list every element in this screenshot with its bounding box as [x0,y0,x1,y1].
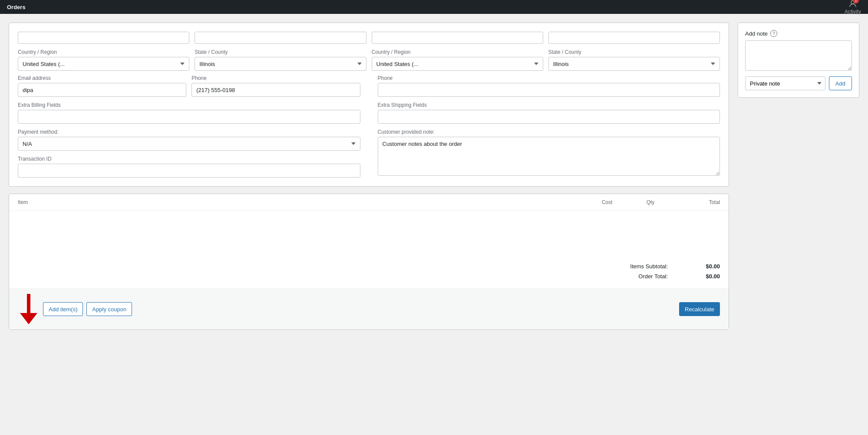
main-content: Country / Region United States (... Stat… [9,23,729,330]
subtotal-value: $0.00 [694,263,720,270]
shipping-phone-group: Phone [378,75,720,97]
top-bar: Orders 1 Activity [0,0,868,14]
placeholder-input-2 [195,32,366,44]
items-totals: Items Subtotal: $0.00 Order Total: $0.00 [9,263,729,288]
page-title: Orders [7,4,26,10]
shipping-extra-input[interactable] [378,110,720,124]
billing-email-group: Email address [18,75,186,97]
billing-email-label: Email address [18,75,186,81]
billing-phone-label: Phone [191,75,360,81]
apply-coupon-button[interactable]: Apply coupon [86,302,132,316]
items-table-header: Item Cost Qty Total [9,194,729,211]
transaction-id-group: Transaction ID [18,156,360,178]
order-total-label: Order Total: [616,273,668,280]
transaction-id-label: Transaction ID [18,156,360,162]
subtotal-row: Items Subtotal: $0.00 [616,263,720,270]
sidebar-card: Add note ? Private note Customer note Ad… [738,23,859,98]
add-note-header: Add note ? [745,30,852,37]
add-items-button[interactable]: Add item(s) [43,302,83,316]
billing-country-label: Country / Region [18,49,189,55]
billing-phone-input[interactable] [191,83,360,97]
shipping-state-select[interactable]: Illinois [548,57,720,71]
add-note-label: Add note [745,30,768,37]
add-note-button[interactable]: Add [829,76,852,90]
billing-extra-input[interactable] [18,110,360,124]
shipping-extra-group: Extra Shipping Fields [378,102,720,124]
red-arrow-svg [18,294,40,324]
customer-note-label: Customer provided note: [378,129,720,135]
payment-method-label: Payment method: [18,129,360,135]
payment-col: Payment method: N/A Transaction ID [18,129,360,178]
shipping-country-group: Country / Region United States (... [372,49,543,71]
col-cost-header: Cost [581,199,633,205]
billing-email-input[interactable] [18,83,186,97]
country-state-row: Country / Region United States (... Stat… [18,49,720,71]
billing-extra-label: Extra Billing Fields [18,102,360,108]
items-table-body [9,211,729,263]
svg-rect-1 [27,294,30,314]
svg-marker-2 [20,313,37,324]
customer-note-input[interactable]: Customer notes about the order [378,137,720,176]
activity-badge: 1 [853,0,859,3]
activity-button[interactable]: 1 Activity [845,0,861,15]
billing-state-select[interactable]: Illinois [195,57,366,71]
items-card: Item Cost Qty Total Items Subtotal: $0.0… [9,194,729,330]
main-layout: Country / Region United States (... Stat… [0,14,868,339]
billing-email-phone: Email address Phone [18,75,360,97]
arrow-indicator [18,294,40,324]
top-inputs-placeholder [18,32,720,44]
billing-state-label: State / County [195,49,366,55]
shipping-phone-col: Phone [378,75,720,97]
items-footer: Add item(s) Apply coupon Recalculate [9,288,729,330]
order-total-value: $0.00 [694,273,720,280]
note-textarea[interactable] [745,40,852,71]
billing-phone-group: Phone [191,75,360,97]
sidebar: Add note ? Private note Customer note Ad… [738,23,859,98]
placeholder-input-3 [372,32,543,44]
extra-fields-row: Extra Billing Fields Extra Shipping Fiel… [18,102,720,124]
note-type-select[interactable]: Private note Customer note [745,76,825,90]
billing-extra-group: Extra Billing Fields [18,102,360,124]
shipping-extra-label: Extra Shipping Fields [378,102,720,108]
col-item-header: Item [18,199,581,205]
subtotal-label: Items Subtotal: [616,263,668,270]
payment-method-group: Payment method: N/A [18,129,360,151]
address-card: Country / Region United States (... Stat… [9,23,729,187]
shipping-country-label: Country / Region [372,49,543,55]
order-total-row: Order Total: $0.00 [616,273,720,280]
recalculate-button[interactable]: Recalculate [679,302,720,316]
shipping-state-label: State / County [548,49,720,55]
note-footer: Private note Customer note Add [745,76,852,90]
payment-method-select[interactable]: N/A [18,137,360,151]
billing-state-group: State / County Illinois [195,49,366,71]
shipping-phone-input[interactable] [378,83,720,97]
billing-country-group: Country / Region United States (... [18,49,189,71]
shipping-country-select[interactable]: United States (... [372,57,543,71]
customer-note-group: Customer provided note: Customer notes a… [378,129,720,178]
placeholder-input-1 [18,32,189,44]
placeholder-input-4 [548,32,720,44]
billing-country-select[interactable]: United States (... [18,57,189,71]
email-phone-row: Email address Phone Phone [18,75,720,97]
col-total-header: Total [668,199,720,205]
activity-label: Activity [845,9,861,15]
activity-icon: 1 [848,0,857,8]
footer-left: Add item(s) Apply coupon [18,294,132,324]
shipping-phone-label: Phone [378,75,720,81]
transaction-id-input[interactable] [18,164,360,178]
payment-note-row: Payment method: N/A Transaction ID Custo… [18,129,720,178]
shipping-state-group: State / County Illinois [548,49,720,71]
col-qty-header: Qty [633,199,668,205]
help-icon[interactable]: ? [770,30,777,37]
